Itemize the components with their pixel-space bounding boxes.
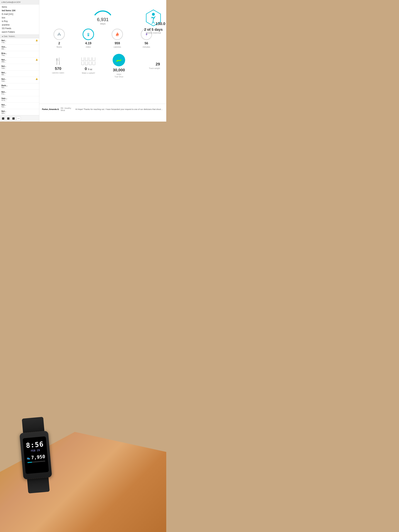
metric-miles: 4.19 miles [81,29,95,48]
svg-point-1 [88,36,89,36]
weight-value: 130.0 [156,21,165,26]
list-item[interactable]: Barb... Nol... [0,83,39,90]
monitor-screen: s.McCorkle@LA.GOV Items ted Items 104 E-… [0,0,166,121]
glass-1 [81,57,84,61]
glass-4 [92,57,95,61]
watch-progress-bar [27,461,45,463]
email-strip-preview: Hi Hope! Thanks for reaching out. I have… [76,108,164,110]
glass-6 [85,62,88,65]
food-value: 570 [47,66,69,71]
svg-point-4 [152,13,155,16]
exercise-sublabel: weekly exercise [144,32,163,34]
list-item[interactable]: Nol... Nol... [0,103,39,109]
watch-progress-fill [27,462,32,463]
weight-section: 130.0 [156,21,165,26]
email-strip[interactable]: Parker, Amanda A. RE: Healthy Meal Hi Ho… [39,104,166,114]
watch-screen: 8:56 FEB 29 👟 7,950 [23,436,49,474]
toolbar-btn-1[interactable]: ⬛ [1,116,5,121]
challenge-label: Trail Shoe [108,76,130,78]
sidebar-item-feeds[interactable]: SS Feeds [0,27,39,30]
glass-3 [89,57,92,61]
flame-icon [115,32,120,37]
miles-unit: miles [86,46,91,48]
floors-value: 2 [52,41,66,45]
email-strip-subject: RE: Healthy Meal [61,107,74,111]
sidebar-item-search[interactable]: earch Folders [0,30,39,34]
exercise-days: 2 of 5 days [144,27,163,32]
shoe-icon [115,57,122,64]
list-item[interactable]: 🔔 Nol... I ha... [0,38,39,45]
glass-5 [81,62,84,65]
watch-time: 8:56 [25,440,44,450]
date-separator: ◄ Date: Yesterd... [0,35,39,38]
water-glasses [81,57,96,65]
list-item[interactable]: Nol... Fro... [0,90,39,96]
food-icon: 🍴 [47,57,69,65]
bell-icon: 🔔 [36,78,38,80]
watch-body: 8:56 FEB 29 👟 7,950 [19,431,52,480]
food-item: 🍴 570 calories eaten [47,57,69,74]
watch-band-top [22,417,44,433]
bell-icon: 🔔 [36,59,38,61]
calories-circle [112,29,123,40]
list-item[interactable]: Nol... Whi... [0,109,39,115]
track-weight-item: 29 Track weight [139,62,160,70]
watch-date: FEB 29 [31,449,40,452]
floors-unit: floors [57,46,62,48]
water-item: 0 fl oz Make a splash! [78,57,99,74]
list-item[interactable]: Satc... Hi N... [0,96,39,103]
bottom-row: 🍴 570 calories eaten 0 fl [43,54,163,78]
metric-calories: 959 calories [110,29,124,48]
sidebar-item-inbox[interactable]: box [0,16,39,19]
sidebar-toolbar: ⬛ ⬛ ⬛ ⋯ [0,115,39,121]
glass-7 [89,62,92,65]
glass-2 [85,57,88,61]
list-item[interactable]: Nol... Sub... [0,64,39,70]
fitbit-watch: 8:56 FEB 29 👟 7,950 [15,416,57,494]
food-label: calories eaten [52,72,64,74]
challenge-item: 30,000 steps Trail Shoe [108,54,130,78]
metric-floors: 2 floors [52,29,66,48]
watch-band-bottom [27,477,50,493]
toolbar-btn-3[interactable]: ⬛ [11,116,16,121]
watch-steps-icon: 👟 [27,456,31,460]
sidebar-item-deleted[interactable]: ted Items 104 [0,9,39,12]
email-sidebar: s.McCorkle@LA.GOV Items ted Items 104 E-… [0,0,39,121]
floors-circle [53,29,65,40]
list-item[interactable]: 🔔 Nol... Sub... [0,77,39,83]
miles-value: 4.19 [81,41,95,45]
svg-point-0 [88,33,89,35]
sidebar-item-quarantine[interactable]: arantine [0,23,39,27]
exercise-text: 2 of 5 days weekly exercise [144,27,163,34]
sidebar-navigation: Items ted Items 104 E-mail [141] box is … [0,5,39,34]
list-item[interactable]: Nol... We... [0,70,39,77]
trail-badge [113,54,125,66]
account-label: s.McCorkle@LA.GOV [1,1,20,3]
minutes-value: 56 [139,41,153,45]
email-list: ◄ Date: Yesterd... 🔔 Nol... I ha... Vict… [0,34,39,115]
minutes-unit: minutes [143,46,150,48]
watch-steps-section: 👟 7,950 [26,454,45,461]
floors-icon [57,32,62,37]
track-weight-value: 29 [139,62,160,66]
sidebar-item-isroy[interactable]: is Roy [0,19,39,23]
email-account: s.McCorkle@LA.GOV [0,0,39,5]
sidebar-item-items[interactable]: Items [0,5,39,9]
sidebar-item-email[interactable]: E-mail [141] [0,12,39,16]
list-item[interactable]: Vict... Altr... [0,45,39,51]
bell-icon: 🔔 [36,39,38,41]
miles-circle [82,29,94,40]
list-item[interactable]: Bria... Tha... [0,51,39,57]
toolbar-btn-2[interactable]: ⬛ [6,116,10,121]
toolbar-btn-more[interactable]: ⋯ [16,116,21,121]
glass-8 [92,62,95,65]
water-value: 0 fl oz [78,66,99,71]
watch-steps-value: 7,950 [31,454,45,461]
track-weight-label: Track weight [149,67,160,69]
list-item[interactable]: 🔔 Nol... Afte... [0,57,39,64]
miles-icon [86,32,91,37]
steps-arc-svg [92,4,114,16]
calories-value: 959 [110,41,124,45]
calories-unit: calories [114,46,121,48]
fitbit-dashboard: 6,931 steps 2 floors [39,0,166,121]
